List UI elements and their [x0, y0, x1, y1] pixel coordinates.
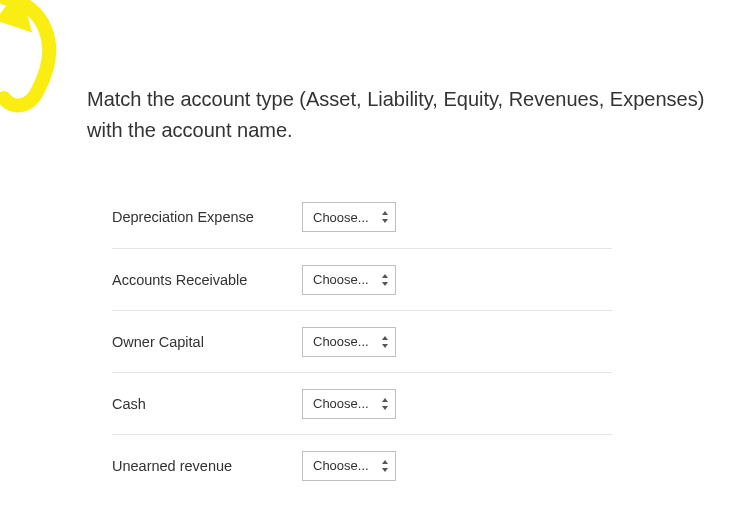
account-name-label: Cash: [112, 396, 302, 412]
match-row: Accounts Receivable Choose...: [112, 248, 612, 310]
account-type-select[interactable]: Choose...: [302, 265, 396, 295]
highlighter-arrow-annotation: [0, 0, 100, 144]
account-name-label: Unearned revenue: [112, 458, 302, 474]
account-type-select[interactable]: Choose...: [302, 202, 396, 232]
matching-list: Depreciation Expense Choose... Accounts …: [112, 186, 612, 496]
match-row: Owner Capital Choose...: [112, 310, 612, 372]
account-type-select[interactable]: Choose...: [302, 389, 396, 419]
select-display[interactable]: Choose...: [302, 451, 396, 481]
select-display[interactable]: Choose...: [302, 327, 396, 357]
select-display[interactable]: Choose...: [302, 265, 396, 295]
select-display[interactable]: Choose...: [302, 202, 396, 232]
match-row: Cash Choose...: [112, 372, 612, 434]
account-name-label: Depreciation Expense: [112, 209, 302, 225]
question-prompt: Match the account type (Asset, Liability…: [87, 84, 718, 146]
match-row: Depreciation Expense Choose...: [112, 186, 612, 248]
account-name-label: Accounts Receivable: [112, 272, 302, 288]
account-type-select[interactable]: Choose...: [302, 451, 396, 481]
match-row: Unearned revenue Choose...: [112, 434, 612, 496]
select-display[interactable]: Choose...: [302, 389, 396, 419]
account-type-select[interactable]: Choose...: [302, 327, 396, 357]
account-name-label: Owner Capital: [112, 334, 302, 350]
